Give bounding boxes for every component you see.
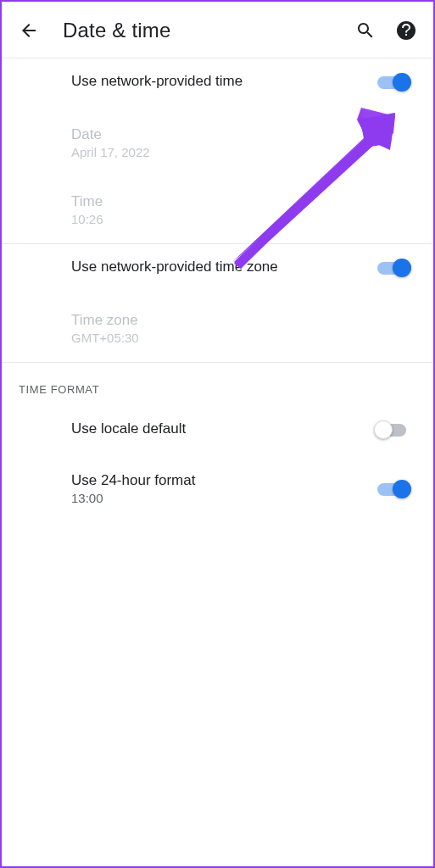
time-format-section: TIME FORMAT Use locale default Use 24-ho…: [2, 363, 433, 519]
tz-value: GMT+05:30: [71, 331, 416, 345]
network-time-content: Use network-provided time: [71, 73, 377, 92]
date-label: Date: [71, 126, 416, 143]
locale-default-row[interactable]: Use locale default: [2, 406, 433, 453]
back-button[interactable]: [19, 20, 39, 41]
locale-default-content: Use locale default: [71, 420, 377, 439]
header-actions: [355, 20, 416, 41]
h24-content: Use 24-hour format 13:00: [71, 472, 377, 505]
time-content: Time 10:26: [71, 193, 416, 226]
time-row: Time 10:26: [2, 173, 433, 243]
help-icon: [396, 20, 416, 41]
app-header: Date & time: [2, 2, 433, 58]
network-tz-section: Use network-provided time zone Time zone…: [2, 244, 433, 363]
network-time-toggle[interactable]: [377, 72, 411, 92]
locale-default-label: Use locale default: [71, 420, 377, 437]
tz-row: Time zone GMT+05:30: [2, 292, 433, 362]
help-button[interactable]: [396, 20, 416, 41]
h24-toggle[interactable]: [377, 479, 411, 499]
network-tz-content: Use network-provided time zone: [71, 259, 377, 277]
tz-content: Time zone GMT+05:30: [71, 312, 416, 345]
arrow-back-icon: [19, 20, 39, 41]
locale-default-toggle[interactable]: [377, 420, 411, 440]
network-time-section: Use network-provided time Date April 17,…: [2, 58, 433, 244]
page-title: Date & time: [63, 19, 332, 42]
time-value: 10:26: [71, 212, 416, 226]
h24-format-row[interactable]: Use 24-hour format 13:00: [2, 453, 433, 519]
network-tz-row[interactable]: Use network-provided time zone: [2, 244, 433, 292]
search-button[interactable]: [355, 20, 376, 41]
time-format-header: TIME FORMAT: [2, 363, 433, 406]
network-time-label: Use network-provided time: [71, 73, 377, 90]
network-tz-label: Use network-provided time zone: [71, 259, 377, 275]
search-icon: [355, 20, 376, 41]
h24-label: Use 24-hour format: [71, 472, 377, 489]
date-row: Date April 17, 2022: [2, 106, 433, 173]
h24-sub: 13:00: [71, 491, 377, 505]
network-tz-toggle[interactable]: [377, 258, 411, 278]
network-time-row[interactable]: Use network-provided time: [2, 58, 433, 106]
date-content: Date April 17, 2022: [71, 126, 416, 159]
time-label: Time: [71, 193, 416, 210]
tz-label: Time zone: [71, 312, 416, 329]
date-value: April 17, 2022: [71, 145, 416, 159]
